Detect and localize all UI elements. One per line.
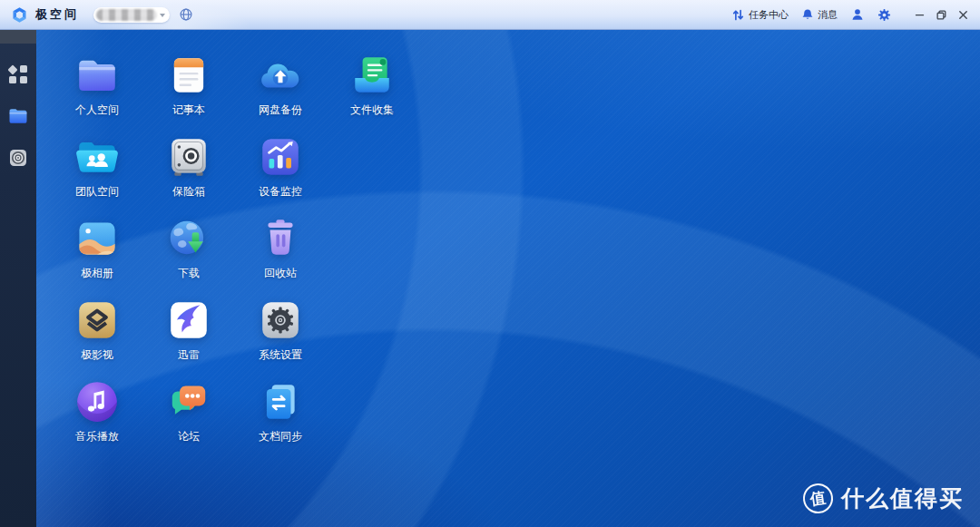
topbar-right: 任务中心 消息 — [731, 7, 980, 22]
app-label: 个人空间 — [52, 102, 142, 118]
zspace-logo-icon — [10, 5, 29, 24]
app-shortcut-photo-album[interactable]: 极相册 — [52, 216, 142, 281]
apps-grid-icon — [9, 65, 27, 83]
app-shortcut-forum[interactable]: 论坛 — [143, 379, 234, 444]
app-label: 网盘备份 — [235, 102, 326, 118]
window-controls — [913, 8, 969, 21]
user-button[interactable] — [850, 7, 865, 22]
brand-title: 极空间 — [35, 6, 79, 23]
sidebar-item-files[interactable] — [0, 105, 36, 127]
personal-space-icon — [74, 53, 120, 98]
app-shortcut-notepad[interactable]: 记事本 — [143, 53, 234, 118]
forum-icon — [166, 379, 211, 425]
app-shortcut-music-player[interactable]: 音乐播放 — [52, 379, 142, 444]
app-shortcut-cloud-backup[interactable]: 网盘备份 — [235, 53, 326, 118]
app-label: 论坛 — [143, 429, 234, 444]
recycle-bin-icon — [258, 216, 303, 261]
desktop-wallpaper: 个人空间记事本网盘备份文件收集团队空间保险箱设备监控极相册下载回收站极影视迅雷系… — [36, 29, 980, 527]
music-player-icon — [74, 379, 120, 425]
app-shortcut-personal-space[interactable]: 个人空间 — [52, 53, 142, 118]
dial-icon — [8, 148, 28, 168]
sidebar-top-block — [0, 29, 36, 44]
sidebar-item-vault[interactable] — [0, 147, 36, 169]
app-shortcut-recycle-bin[interactable]: 回收站 — [235, 216, 326, 281]
minimize-button[interactable] — [913, 8, 926, 21]
app-shortcut-doc-sync[interactable]: 文档同步 — [235, 379, 326, 444]
task-center-button[interactable]: 任务中心 — [731, 8, 789, 22]
topbar: 极空间 任务中心 — [0, 0, 980, 30]
doc-sync-icon — [258, 379, 303, 425]
app-label: 系统设置 — [235, 347, 326, 363]
user-icon — [850, 7, 865, 22]
app-label: 团队空间 — [52, 184, 142, 200]
notepad-icon — [166, 53, 211, 98]
masked-device-name — [96, 9, 157, 21]
app-shortcut-safe-box[interactable]: 保险箱 — [143, 134, 234, 200]
safe-box-icon — [166, 134, 211, 180]
restore-button[interactable] — [935, 8, 947, 21]
app-shortcut-device-monitor[interactable]: 设备监控 — [235, 134, 326, 200]
bell-icon — [801, 8, 814, 21]
app-shortcut-download[interactable]: 下载 — [143, 216, 234, 281]
app-label: 迅雷 — [143, 347, 234, 363]
device-monitor-icon — [258, 134, 303, 180]
file-collect-icon — [349, 53, 395, 98]
app-shortcut-movies[interactable]: 极影视 — [52, 298, 142, 363]
messages-button[interactable]: 消息 — [801, 8, 838, 22]
zspace-desktop-screen: 极空间 任务中心 — [0, 0, 980, 527]
download-icon — [166, 216, 211, 261]
settings-button[interactable] — [877, 8, 891, 22]
photo-album-icon — [74, 216, 120, 261]
app-label: 文件收集 — [327, 102, 417, 118]
close-button[interactable] — [956, 8, 969, 21]
team-space-icon — [74, 134, 120, 180]
sidebar-item-apps[interactable] — [0, 63, 36, 85]
app-shortcut-system-settings[interactable]: 系统设置 — [235, 298, 326, 363]
app-label: 极影视 — [52, 347, 142, 363]
task-center-label: 任务中心 — [749, 8, 789, 22]
transfer-arrows-icon — [731, 8, 745, 22]
system-settings-icon — [258, 298, 303, 343]
blue-folder-icon — [7, 105, 29, 127]
chevron-down-icon — [160, 14, 165, 17]
app-shortcut-xunlei[interactable]: 迅雷 — [143, 298, 234, 363]
app-label: 音乐播放 — [52, 429, 142, 444]
app-label: 保险箱 — [143, 184, 234, 200]
app-label: 设备监控 — [235, 184, 326, 200]
globe-icon[interactable] — [179, 7, 193, 22]
brand: 极空间 — [0, 5, 79, 24]
app-label: 回收站 — [235, 266, 326, 281]
cloud-backup-icon — [258, 53, 303, 98]
device-selector[interactable] — [93, 7, 170, 23]
app-shortcut-team-space[interactable]: 团队空间 — [52, 134, 142, 200]
app-label: 文档同步 — [235, 429, 326, 444]
app-shortcut-file-collect[interactable]: 文件收集 — [327, 53, 417, 118]
gear-icon — [877, 8, 891, 22]
app-label: 极相册 — [52, 266, 142, 281]
app-label: 下载 — [143, 266, 234, 281]
app-label: 记事本 — [143, 102, 234, 118]
xunlei-icon — [166, 298, 211, 343]
sidebar — [0, 29, 36, 527]
movies-icon — [74, 298, 120, 343]
messages-label: 消息 — [818, 8, 838, 22]
